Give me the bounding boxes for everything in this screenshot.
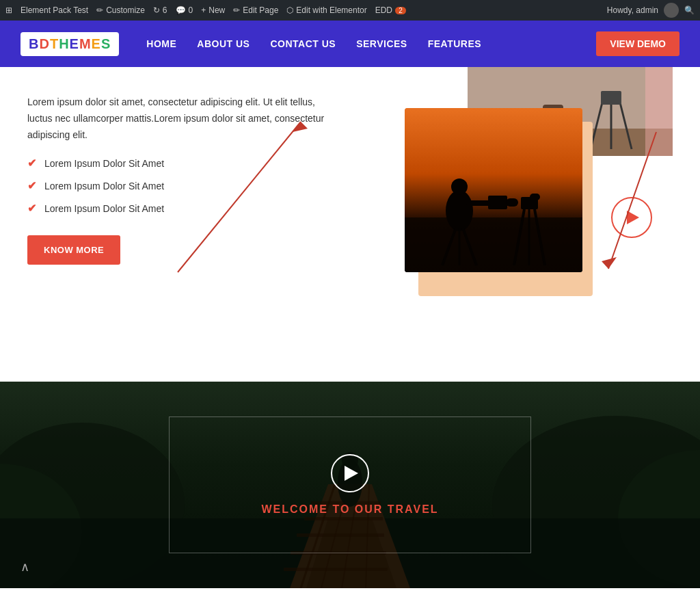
search-icon[interactable]: 🔍 [684, 5, 695, 15]
howdy-label: Howdy, admin [607, 5, 658, 15]
wp-logo-item[interactable]: ⊞ [5, 5, 12, 15]
svg-rect-19 [488, 196, 507, 209]
nav-link-about: ABOUT US [197, 38, 250, 49]
revisions-count: 6 [163, 5, 167, 15]
main-content: Lorem ipsum dolor sit amet, consectetur … [0, 67, 700, 382]
comments-icon: 💬 [176, 5, 186, 15]
right-section [350, 88, 673, 361]
nav-bar: BDTHEMES HOME ABOUT US CONTACT US SERVIC… [0, 21, 700, 67]
customize-icon: ✏ [96, 5, 103, 15]
site-title-item[interactable]: Element Pack Test [21, 5, 88, 15]
customize-item[interactable]: ✏ Customize [96, 5, 145, 15]
wp-logo-icon: ⊞ [5, 5, 12, 15]
scroll-up-icon: ∧ [21, 560, 29, 574]
image-overlay [645, 67, 673, 156]
nav-item-services[interactable]: SERVICES [356, 38, 407, 50]
plus-icon: + [201, 5, 206, 15]
svg-point-16 [446, 190, 473, 231]
checklist-label-3: Lorem Ipsum Dolor Sit Amet [44, 203, 164, 214]
admin-bar-right: Howdy, admin 🔍 [607, 3, 695, 18]
nav-links: HOME ABOUT US CONTACT US SERVICES FEATUR… [146, 38, 596, 50]
edd-badge: 2 [395, 7, 406, 14]
customize-label: Customize [106, 5, 145, 15]
svg-point-17 [451, 178, 468, 195]
elementor-icon: ⬡ [286, 5, 293, 15]
edit-icon: ✏ [233, 5, 240, 15]
nav-link-contact: CONTACT US [270, 38, 336, 49]
svg-rect-20 [506, 198, 518, 207]
new-item[interactable]: + New [201, 5, 225, 15]
scroll-arrow[interactable]: ∧ [21, 559, 29, 574]
comments-count: 0 [189, 5, 193, 15]
new-label: New [208, 5, 225, 15]
edd-label: EDD [375, 5, 392, 15]
nav-item-about[interactable]: ABOUT US [197, 38, 250, 50]
comments-item[interactable]: 💬 0 [176, 5, 193, 15]
logo[interactable]: BDTHEMES [21, 32, 119, 56]
edit-elementor-item[interactable]: ⬡ Edit with Elementor [286, 5, 366, 15]
check-icon-3: ✔ [27, 202, 36, 215]
edd-item[interactable]: EDD 2 [375, 5, 406, 15]
cameraman-image [405, 108, 582, 272]
video-banner: WELCOME TO OUR TRAVEL ∧ [0, 382, 700, 588]
svg-rect-15 [405, 217, 582, 272]
check-icon-1: ✔ [27, 157, 36, 170]
nav-item-home[interactable]: HOME [146, 38, 176, 50]
play-button-large[interactable] [331, 454, 369, 492]
cameraman-image-wrapper [405, 108, 582, 272]
play-button[interactable] [611, 197, 652, 238]
checklist-item-1: ✔ Lorem Ipsum Dolor Sit Amet [27, 157, 336, 170]
revisions-item[interactable]: ↻ 6 [153, 5, 167, 15]
check-icon-2: ✔ [27, 179, 36, 192]
video-frame: WELCOME TO OUR TRAVEL [169, 416, 531, 553]
nav-item-contact[interactable]: CONTACT US [270, 38, 336, 50]
checklist-label-2: Lorem Ipsum Dolor Sit Amet [44, 181, 164, 191]
svg-rect-25 [530, 194, 540, 200]
edit-elementor-label: Edit with Elementor [296, 5, 366, 15]
play-icon-large [345, 466, 358, 481]
checklist-item-2: ✔ Lorem Ipsum Dolor Sit Amet [27, 179, 336, 192]
nav-item-features[interactable]: FEATURES [428, 38, 481, 50]
left-section: Lorem ipsum dolor sit amet, consectetur … [27, 88, 350, 361]
edit-page-label: Edit Page [243, 5, 278, 15]
checklist: ✔ Lorem Ipsum Dolor Sit Amet ✔ Lorem Ips… [27, 157, 336, 215]
svg-rect-18 [466, 200, 490, 206]
intro-paragraph: Lorem ipsum dolor sit amet, consectetur … [27, 94, 336, 143]
view-demo-button[interactable]: View Demo [596, 31, 679, 56]
avatar [664, 3, 679, 18]
admin-bar: ⊞ Element Pack Test ✏ Customize ↻ 6 💬 0 … [0, 0, 700, 21]
edit-page-item[interactable]: ✏ Edit Page [233, 5, 278, 15]
welcome-text: WELCOME TO OUR TRAVEL [261, 503, 438, 516]
nav-link-home: HOME [146, 38, 176, 49]
svg-rect-13 [601, 91, 621, 105]
site-title: Element Pack Test [21, 5, 88, 15]
revisions-icon: ↻ [153, 5, 160, 15]
checklist-label-1: Lorem Ipsum Dolor Sit Amet [44, 158, 164, 169]
checklist-item-3: ✔ Lorem Ipsum Dolor Sit Amet [27, 202, 336, 215]
nav-link-features: FEATURES [428, 38, 481, 49]
know-more-button[interactable]: KNOW MORE [27, 235, 120, 265]
nav-link-services: SERVICES [356, 38, 407, 49]
play-icon [627, 211, 639, 224]
cameraman-svg [405, 108, 582, 272]
